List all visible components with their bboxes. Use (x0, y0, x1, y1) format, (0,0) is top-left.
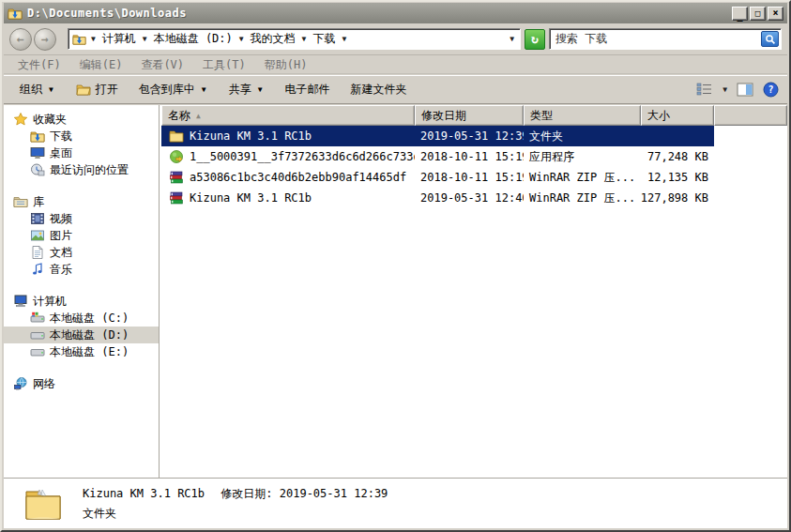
application-icon (169, 149, 184, 164)
back-arrow-icon: ← (17, 32, 24, 46)
menu-file[interactable]: 文件(F) (9, 56, 69, 74)
computer-icon (13, 294, 28, 309)
drive-icon (30, 344, 45, 359)
details-file-name: Kizuna KM 3.1 RC1b (83, 487, 205, 500)
menu-tools[interactable]: 工具(T) (194, 56, 254, 74)
winrar-archive-icon (169, 190, 184, 205)
winrar-archive-icon (169, 170, 184, 185)
search-input[interactable]: 搜索 下载 (549, 28, 782, 50)
chevron-down-icon[interactable]: ▼ (141, 35, 149, 43)
downloads-folder-icon (30, 129, 45, 144)
back-button[interactable]: ← (9, 28, 32, 51)
file-row-application[interactable]: 1__5000391__3f7372633d6c6d266c733d... 20… (161, 146, 787, 167)
window-title: D:\Documents\Downloads (27, 7, 732, 20)
svg-text:?: ? (768, 84, 773, 95)
sidebar-section-network[interactable]: 网络 (4, 375, 159, 392)
menu-edit[interactable]: 编辑(E) (71, 56, 131, 74)
chevron-down-icon[interactable]: ▼ (721, 85, 729, 94)
sidebar-item-documents[interactable]: 文档 (4, 244, 159, 261)
file-date: 2018-10-11 15:19 (415, 146, 524, 167)
minimize-button[interactable]: _ (732, 7, 748, 21)
organize-button[interactable]: 组织▼ (11, 79, 64, 100)
column-header-size[interactable]: 大小 (641, 105, 714, 126)
downloads-folder-icon (8, 6, 23, 21)
new-folder-button[interactable]: 新建文件夹 (342, 79, 415, 100)
include-in-library-button[interactable]: 包含到库中▼ (130, 79, 217, 100)
navigation-bar: ← → ▼ 计算机 ▼ 本地磁盘 (D:) ▼ 我的文档 ▼ 下载 ▼ ▼ ↻ (4, 23, 787, 55)
refresh-button[interactable]: ↻ (525, 29, 545, 50)
forward-button[interactable]: → (34, 28, 56, 51)
details-file-type: 文件夹 (83, 507, 116, 520)
chevron-down-icon[interactable]: ▼ (340, 35, 348, 43)
breadcrumb-local-disk-d[interactable]: 本地磁盘 (D:) (151, 31, 236, 47)
explorer-window: D:\Documents\Downloads _ □ × ← → ▼ 计算机 ▼… (0, 0, 791, 532)
content-area: 收藏夹 下载 (4, 105, 787, 478)
sidebar-item-downloads[interactable]: 下载 (4, 128, 159, 144)
sidebar-item-recent-places[interactable]: 最近访问的位置 (4, 161, 159, 178)
network-icon (13, 376, 28, 391)
address-bar[interactable]: ▼ 计算机 ▼ 本地磁盘 (D:) ▼ 我的文档 ▼ 下载 ▼ ▼ (68, 28, 521, 50)
refresh-icon: ↻ (531, 32, 539, 46)
file-type: 应用程序 (524, 146, 641, 167)
music-icon (30, 262, 45, 277)
file-row-archive-a53086[interactable]: a53086c1bc3c40d6b2ebb90af14465df 2018-10… (161, 167, 787, 188)
address-history-dropdown-icon[interactable]: ▼ (508, 35, 516, 43)
share-button[interactable]: 共享▼ (221, 79, 273, 100)
help-button[interactable]: ? (761, 81, 780, 98)
chevron-down-icon: ▼ (256, 85, 265, 94)
search-placeholder: 搜索 下载 (555, 31, 757, 47)
list-view-icon (696, 83, 713, 96)
navigation-pane: 收藏夹 下载 (4, 105, 160, 478)
search-button[interactable] (761, 31, 779, 47)
email-button[interactable]: 电子邮件 (276, 79, 338, 100)
desktop-icon (30, 145, 45, 160)
column-header-name[interactable]: 名称 ▲ (161, 105, 415, 126)
folder-icon (169, 129, 184, 144)
command-bar: 组织▼ 打开 包含到库中▼ 共享▼ 电子邮件 新建文件夹 (4, 75, 787, 104)
sidebar-item-local-disk-d[interactable]: 本地磁盘 (D:) (4, 327, 159, 343)
sidebar-section-computer[interactable]: 计算机 (4, 293, 159, 310)
column-header-type[interactable]: 类型 (524, 105, 641, 126)
breadcrumb-computer[interactable]: 计算机 (99, 31, 139, 47)
preview-pane-icon (737, 83, 753, 97)
sidebar-item-local-disk-e[interactable]: 本地磁盘 (E:) (4, 343, 159, 360)
chevron-down-icon: ▼ (47, 85, 55, 94)
maximize-button[interactable]: □ (750, 7, 766, 21)
file-size (641, 126, 714, 146)
file-name: Kizuna KM 3.1 RC1b (190, 191, 312, 205)
sort-ascending-icon: ▲ (196, 112, 201, 120)
drive-icon (30, 327, 45, 342)
chevron-down-icon[interactable]: ▼ (89, 35, 98, 43)
videos-icon (30, 211, 45, 226)
close-button[interactable]: × (768, 7, 783, 21)
title-bar[interactable]: D:\Documents\Downloads _ □ × (4, 3, 787, 23)
sidebar-item-videos[interactable]: 视频 (4, 210, 159, 227)
sidebar-item-pictures[interactable]: 图片 (4, 227, 159, 244)
file-list: 名称 ▲ 修改日期 类型 大小 (161, 105, 787, 478)
open-button[interactable]: 打开 (68, 79, 127, 100)
chevron-down-icon[interactable]: ▼ (237, 35, 246, 43)
column-header-date-modified[interactable]: 修改日期 (415, 105, 524, 126)
sidebar-item-music[interactable]: 音乐 (4, 261, 159, 278)
chevron-down-icon[interactable]: ▼ (300, 35, 309, 43)
sidebar-section-favorites[interactable]: 收藏夹 (4, 111, 159, 128)
breadcrumb-my-documents[interactable]: 我的文档 (248, 31, 298, 47)
file-row-archive-kizuna[interactable]: Kizuna KM 3.1 RC1b 2019-05-31 12:40 WinR… (161, 188, 787, 208)
menu-view[interactable]: 查看(V) (132, 56, 192, 74)
pictures-icon (30, 228, 45, 243)
details-modified-value: 2019-05-31 12:39 (280, 487, 388, 500)
preview-pane-button[interactable] (736, 81, 754, 98)
file-type: WinRAR ZIP 压... (524, 188, 641, 208)
file-row-kizuna-folder[interactable]: Kizuna KM 3.1 RC1b 2019-05-31 12:39 文件夹 (161, 126, 787, 146)
recent-places-icon (30, 162, 45, 177)
breadcrumb-downloads[interactable]: 下载 (310, 31, 338, 47)
file-name: 1__5000391__3f7372633d6c6d266c733d... (190, 150, 415, 163)
menu-help[interactable]: 帮助(H) (256, 56, 316, 74)
sidebar-section-libraries[interactable]: 库 (4, 193, 159, 210)
open-folder-icon (76, 82, 91, 97)
sidebar-item-local-disk-c[interactable]: 本地磁盘 (C:) (4, 310, 159, 327)
change-view-button[interactable] (695, 81, 714, 98)
file-date: 2018-10-11 15:19 (415, 167, 524, 188)
column-header-filler (714, 105, 787, 126)
sidebar-item-desktop[interactable]: 桌面 (4, 144, 159, 161)
